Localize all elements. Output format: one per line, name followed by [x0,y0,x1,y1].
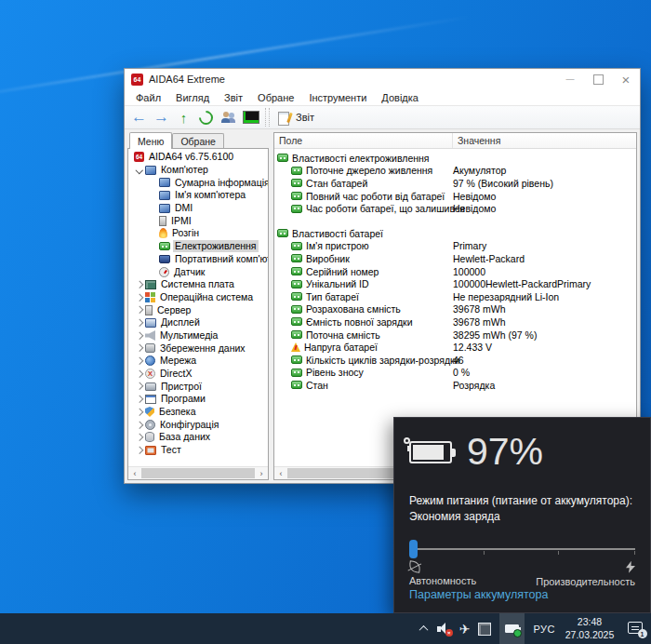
table-row[interactable]: Рівень зносу0 % [274,367,636,380]
chevron-right-icon[interactable] [134,317,145,329]
maximize-button[interactable] [584,69,612,89]
table-row[interactable]: Стан батарей97 % (Високий рівень) [274,177,636,190]
language-indicator[interactable]: РУС [533,624,555,635]
table-row[interactable]: Ємність повної зарядки39678 mWh [274,315,636,329]
tree-item-6[interactable]: Розгін [128,227,268,240]
chevron-right-icon[interactable] [134,432,145,443]
table-row[interactable]: Кількість циклів зарядки-розрядки46 [274,354,636,367]
menu-item-5[interactable]: Довідка [374,89,426,105]
chevron-right-icon[interactable] [134,381,145,392]
chevron-right-icon[interactable] [134,279,145,290]
chevron-right-icon[interactable] [134,445,145,456]
system-monitor-icon[interactable] [240,107,261,127]
tree-item-8[interactable]: Портативний комп'ютер [128,253,268,266]
tab-menu[interactable]: Меню [129,132,172,149]
table-row[interactable]: СтанРозрядка [274,379,636,392]
scroll-left-icon[interactable] [128,467,141,479]
power-mode-slider[interactable] [409,539,635,559]
title-bar[interactable]: AIDA64 Extreme [125,69,640,89]
tree-item-11[interactable]: Операційна система [128,291,268,304]
tree-item-2[interactable]: Сумарна інформація [128,176,268,189]
menu-item-3[interactable]: Обране [250,89,301,105]
tree-item-20[interactable]: Безпека [128,406,268,419]
app-window-icon[interactable] [478,613,491,644]
power-mode-line2: Экономия заряда [409,509,635,525]
slider-tick [484,551,485,555]
scroll-left-icon[interactable] [274,467,287,479]
table-row[interactable]: Поточна ємність38295 mWh (97 %) [274,329,636,342]
tree-item-7[interactable]: Електроживлення [128,240,268,253]
battery-settings-link[interactable]: Параметры аккумулятора [409,588,635,601]
tree-item-4[interactable]: DMI [128,202,268,215]
tree-item-21[interactable]: Конфігурація [128,418,268,431]
table-row[interactable]: Напруга батареї12.433 V [274,341,636,354]
menu-item-2[interactable]: Звіт [217,89,250,105]
chevron-right-icon[interactable] [134,394,145,405]
chevron-up-icon[interactable] [419,624,429,634]
scrollbar-thumb[interactable] [141,468,255,478]
table-row[interactable]: Унікальний ID100000Hewlett-PackardPrimar… [274,277,636,290]
chevron-right-icon[interactable] [134,291,145,302]
scroll-right-icon[interactable] [255,467,268,479]
tree-item-12[interactable]: Сервер [128,303,268,316]
tree-item-5[interactable]: IPMI [128,214,268,227]
chevron-right-icon[interactable] [134,329,145,341]
column-field[interactable]: Поле [274,133,453,148]
minimize-button[interactable] [556,69,584,89]
table-row[interactable]: Розрахована ємність39678 mWh [274,303,636,316]
chevron-right-icon[interactable] [134,342,145,354]
tree-item-15[interactable]: Збереження даних [128,342,268,355]
slider-thumb[interactable] [409,540,418,558]
table-row[interactable]: Ім'я пристроюPrimary [274,240,636,253]
chevron-right-icon[interactable] [134,304,145,315]
sidebar-hscrollbar[interactable] [128,466,268,479]
slider-track[interactable] [409,548,635,550]
menu-item-1[interactable]: Вигляд [168,89,217,105]
tree-item-9[interactable]: Датчик [128,265,268,278]
menu-item-0[interactable]: Файл [128,89,168,105]
menu-item-4[interactable]: Інструменти [301,89,374,105]
tree-item-23[interactable]: Тест [128,444,268,457]
tree-item-10[interactable]: Системна плата [128,278,268,291]
tab-favorites[interactable]: Обране [172,133,224,148]
refresh-icon[interactable] [195,107,217,127]
column-value[interactable]: Значення [453,133,636,148]
tree-item-0[interactable]: AIDA64 v6.75.6100 [128,151,268,164]
chevron-right-icon[interactable] [134,356,145,367]
battery-tray-button[interactable] [499,613,525,644]
airplane-mode-icon[interactable] [459,613,471,644]
tree-item-18[interactable]: Пристрої [128,380,268,393]
clock[interactable]: 23:48 27.03.2025 [564,616,616,640]
tree-item-14[interactable]: Мультимедіа [128,329,268,342]
tree-item-3[interactable]: Ім'я комп'ютера [128,189,268,202]
up-arrow-icon[interactable] [173,107,194,127]
chevron-right-icon[interactable] [134,407,145,418]
tree-item-19[interactable]: Програми [128,393,268,406]
table-row[interactable]: Тип батареїНе перезарядний Li-Ion [274,290,636,303]
tree-item-13[interactable]: Дисплей [128,316,268,329]
forward-arrow-icon[interactable] [151,107,172,127]
table-row[interactable]: Серійний номер100000 [274,265,636,278]
tree-item-1[interactable]: Комп'ютер [128,164,268,177]
server-icon [145,305,153,315]
chevron-down-icon[interactable] [134,165,145,176]
computer-icon [159,204,170,213]
table-row[interactable]: Повний час роботи від батареїНевідомо [274,190,636,203]
back-arrow-icon[interactable] [128,107,150,127]
chevron-right-icon[interactable] [134,369,145,380]
table-row[interactable]: Час роботи батареї, що залишивсяНевідомо [274,202,636,215]
tree-item-22[interactable]: База даних [128,431,268,444]
chevron-right-icon[interactable] [134,419,145,430]
field-label: Стан [305,380,328,391]
tree-item-label: Портативний комп'ютер [173,253,268,265]
close-button[interactable] [612,69,640,89]
notification-center-button[interactable]: 1 [624,613,646,644]
tree-item-17[interactable]: DirectX [128,368,268,381]
battery-saver-end: Автономность [409,561,476,587]
table-row[interactable]: ВиробникHewlett-Packard [274,252,636,265]
users-icon[interactable] [218,107,239,127]
table-row[interactable]: Поточне джерело живленняАкумулятор [274,165,636,178]
report-button[interactable]: Звіт [273,109,322,127]
volume-muted-icon[interactable] [437,623,451,635]
tree-item-16[interactable]: Мережа [128,355,268,368]
